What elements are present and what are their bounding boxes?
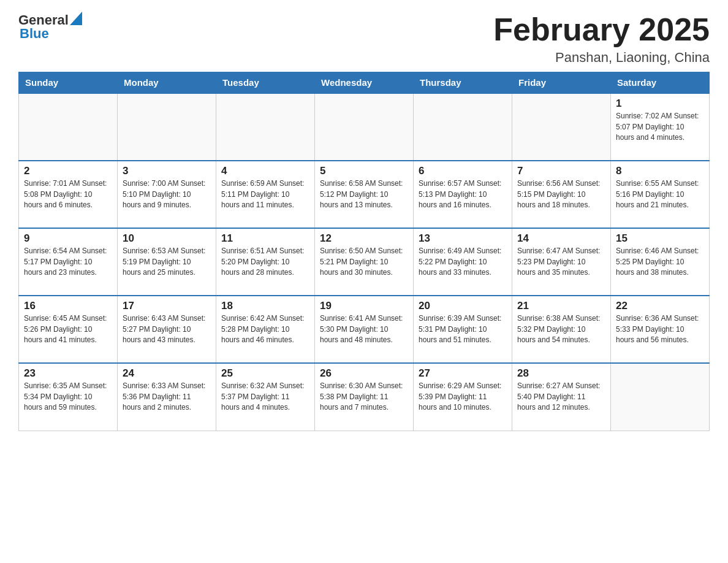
day-number: 13 [419, 232, 507, 245]
day-number: 14 [517, 232, 605, 245]
day-info: Sunrise: 6:59 AM Sunset: 5:11 PM Dayligh… [221, 178, 309, 210]
month-title: February 2025 [493, 12, 710, 47]
day-info: Sunrise: 6:46 AM Sunset: 5:25 PM Dayligh… [616, 246, 704, 278]
calendar-cell [512, 93, 611, 161]
day-number: 1 [616, 98, 704, 110]
logo: General Blue [18, 12, 82, 42]
day-number: 7 [517, 165, 605, 177]
day-info: Sunrise: 6:56 AM Sunset: 5:15 PM Dayligh… [517, 178, 605, 210]
day-number: 19 [320, 300, 408, 312]
calendar-cell: 25Sunrise: 6:32 AM Sunset: 5:37 PM Dayli… [216, 363, 315, 431]
day-info: Sunrise: 7:02 AM Sunset: 5:07 PM Dayligh… [616, 111, 704, 143]
day-info: Sunrise: 6:42 AM Sunset: 5:28 PM Dayligh… [221, 313, 309, 345]
calendar-cell: 8Sunrise: 6:55 AM Sunset: 5:16 PM Daylig… [611, 161, 710, 228]
calendar-cell: 1Sunrise: 7:02 AM Sunset: 5:07 PM Daylig… [611, 93, 710, 161]
calendar-cell [118, 93, 216, 161]
calendar-cell: 11Sunrise: 6:51 AM Sunset: 5:20 PM Dayli… [216, 228, 315, 296]
header-saturday: Saturday [611, 72, 710, 94]
calendar-cell: 20Sunrise: 6:39 AM Sunset: 5:31 PM Dayli… [414, 296, 512, 363]
day-info: Sunrise: 6:27 AM Sunset: 5:40 PM Dayligh… [517, 381, 605, 413]
calendar-cell: 7Sunrise: 6:56 AM Sunset: 5:15 PM Daylig… [512, 161, 611, 228]
day-info: Sunrise: 6:57 AM Sunset: 5:13 PM Dayligh… [419, 178, 507, 210]
header-thursday: Thursday [414, 72, 512, 94]
week-row-4: 16Sunrise: 6:45 AM Sunset: 5:26 PM Dayli… [19, 296, 710, 363]
day-number: 17 [123, 300, 211, 312]
day-number: 3 [123, 165, 211, 177]
day-number: 12 [320, 232, 408, 245]
page-header: General Blue February 2025 Panshan, Liao… [18, 12, 710, 66]
day-number: 21 [517, 300, 605, 312]
calendar-cell [611, 363, 710, 431]
calendar-cell: 27Sunrise: 6:29 AM Sunset: 5:39 PM Dayli… [414, 363, 512, 431]
header-wednesday: Wednesday [315, 72, 414, 94]
calendar-cell [216, 93, 315, 161]
day-number: 8 [616, 165, 704, 177]
location-subtitle: Panshan, Liaoning, China [493, 50, 710, 66]
header-monday: Monday [118, 72, 216, 94]
day-info: Sunrise: 6:29 AM Sunset: 5:39 PM Dayligh… [419, 381, 507, 413]
calendar-cell: 2Sunrise: 7:01 AM Sunset: 5:08 PM Daylig… [19, 161, 118, 228]
day-info: Sunrise: 6:54 AM Sunset: 5:17 PM Dayligh… [24, 246, 112, 278]
day-number: 16 [24, 300, 112, 312]
day-info: Sunrise: 6:50 AM Sunset: 5:21 PM Dayligh… [320, 246, 408, 278]
day-info: Sunrise: 6:41 AM Sunset: 5:30 PM Dayligh… [320, 313, 408, 345]
day-number: 25 [221, 367, 309, 380]
week-row-1: 1Sunrise: 7:02 AM Sunset: 5:07 PM Daylig… [19, 93, 710, 161]
calendar-cell: 12Sunrise: 6:50 AM Sunset: 5:21 PM Dayli… [315, 228, 414, 296]
header-friday: Friday [512, 72, 611, 94]
calendar-cell: 16Sunrise: 6:45 AM Sunset: 5:26 PM Dayli… [19, 296, 118, 363]
calendar-cell: 19Sunrise: 6:41 AM Sunset: 5:30 PM Dayli… [315, 296, 414, 363]
day-info: Sunrise: 6:38 AM Sunset: 5:32 PM Dayligh… [517, 313, 605, 345]
calendar-cell: 26Sunrise: 6:30 AM Sunset: 5:38 PM Dayli… [315, 363, 414, 431]
calendar-cell: 6Sunrise: 6:57 AM Sunset: 5:13 PM Daylig… [414, 161, 512, 228]
calendar-cell: 21Sunrise: 6:38 AM Sunset: 5:32 PM Dayli… [512, 296, 611, 363]
day-info: Sunrise: 6:45 AM Sunset: 5:26 PM Dayligh… [24, 313, 112, 345]
week-row-3: 9Sunrise: 6:54 AM Sunset: 5:17 PM Daylig… [19, 228, 710, 296]
calendar-cell [315, 93, 414, 161]
day-info: Sunrise: 6:43 AM Sunset: 5:27 PM Dayligh… [123, 313, 211, 345]
calendar-cell: 4Sunrise: 6:59 AM Sunset: 5:11 PM Daylig… [216, 161, 315, 228]
header-tuesday: Tuesday [216, 72, 315, 94]
day-number: 20 [419, 300, 507, 312]
day-number: 27 [419, 367, 507, 380]
calendar-cell: 14Sunrise: 6:47 AM Sunset: 5:23 PM Dayli… [512, 228, 611, 296]
week-row-5: 23Sunrise: 6:35 AM Sunset: 5:34 PM Dayli… [19, 363, 710, 431]
day-number: 22 [616, 300, 704, 312]
header-sunday: Sunday [19, 72, 118, 94]
day-info: Sunrise: 6:39 AM Sunset: 5:31 PM Dayligh… [419, 313, 507, 345]
day-info: Sunrise: 6:49 AM Sunset: 5:22 PM Dayligh… [419, 246, 507, 278]
day-number: 4 [221, 165, 309, 177]
day-number: 5 [320, 165, 408, 177]
title-block: February 2025 Panshan, Liaoning, China [493, 12, 710, 66]
calendar-cell: 17Sunrise: 6:43 AM Sunset: 5:27 PM Dayli… [118, 296, 216, 363]
weekday-header-row: Sunday Monday Tuesday Wednesday Thursday… [19, 72, 710, 94]
day-info: Sunrise: 6:58 AM Sunset: 5:12 PM Dayligh… [320, 178, 408, 210]
logo-blue-text: Blue [20, 26, 82, 42]
day-number: 28 [517, 367, 605, 380]
day-number: 24 [123, 367, 211, 380]
day-number: 10 [123, 232, 211, 245]
calendar-cell: 28Sunrise: 6:27 AM Sunset: 5:40 PM Dayli… [512, 363, 611, 431]
day-number: 2 [24, 165, 112, 177]
day-info: Sunrise: 6:55 AM Sunset: 5:16 PM Dayligh… [616, 178, 704, 210]
day-number: 11 [221, 232, 309, 245]
calendar-cell: 10Sunrise: 6:53 AM Sunset: 5:19 PM Dayli… [118, 228, 216, 296]
day-info: Sunrise: 6:35 AM Sunset: 5:34 PM Dayligh… [24, 381, 112, 413]
logo-triangle-icon [70, 12, 82, 25]
calendar-cell [414, 93, 512, 161]
calendar-table: Sunday Monday Tuesday Wednesday Thursday… [18, 72, 710, 431]
day-number: 6 [419, 165, 507, 177]
day-number: 18 [221, 300, 309, 312]
calendar-cell: 15Sunrise: 6:46 AM Sunset: 5:25 PM Dayli… [611, 228, 710, 296]
day-number: 15 [616, 232, 704, 245]
day-info: Sunrise: 6:30 AM Sunset: 5:38 PM Dayligh… [320, 381, 408, 413]
calendar-cell: 3Sunrise: 7:00 AM Sunset: 5:10 PM Daylig… [118, 161, 216, 228]
day-info: Sunrise: 6:53 AM Sunset: 5:19 PM Dayligh… [123, 246, 211, 278]
calendar-cell: 9Sunrise: 6:54 AM Sunset: 5:17 PM Daylig… [19, 228, 118, 296]
calendar-cell: 22Sunrise: 6:36 AM Sunset: 5:33 PM Dayli… [611, 296, 710, 363]
day-info: Sunrise: 7:00 AM Sunset: 5:10 PM Dayligh… [123, 178, 211, 210]
calendar-cell: 18Sunrise: 6:42 AM Sunset: 5:28 PM Dayli… [216, 296, 315, 363]
day-number: 23 [24, 367, 112, 380]
calendar-cell: 24Sunrise: 6:33 AM Sunset: 5:36 PM Dayli… [118, 363, 216, 431]
day-info: Sunrise: 6:47 AM Sunset: 5:23 PM Dayligh… [517, 246, 605, 278]
